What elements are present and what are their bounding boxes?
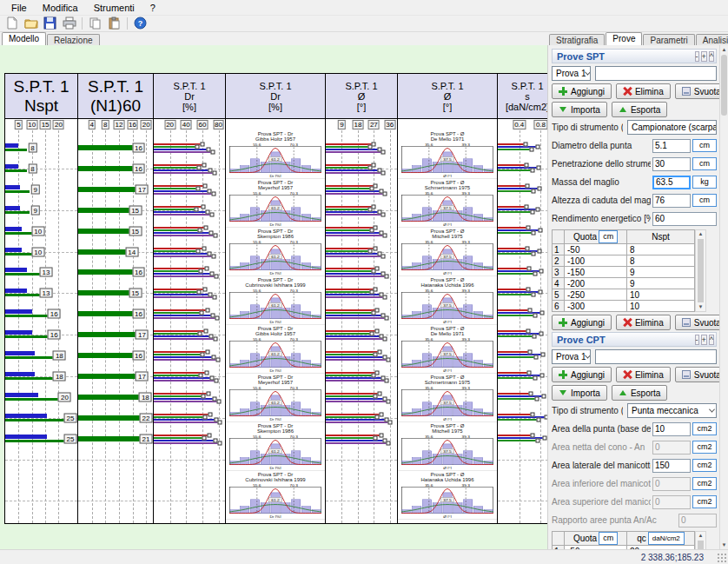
scroll-thumb[interactable]: [698, 541, 704, 549]
cpt-edit-svuota-button[interactable]: Svuota: [675, 367, 719, 382]
open-folder-button[interactable]: [22, 16, 40, 31]
spt-table-scrollbar[interactable]: ▲▼: [695, 229, 706, 312]
panel-scrollbar[interactable]: ▲ ▼: [719, 45, 728, 549]
row-number-cell: 2: [553, 255, 565, 267]
cpt-edit-elimina-button[interactable]: Elimina: [616, 367, 671, 382]
chart-column-title-line: S.P.T. 1: [13, 77, 69, 96]
quota-cell[interactable]: -300: [565, 301, 627, 312]
series-marker: [218, 420, 222, 424]
table-row[interactable]: 3-1509: [553, 267, 695, 278]
spt-edit-aggiungi-button[interactable]: Aggiungi: [552, 83, 612, 99]
cpt-group-header[interactable]: Prove CPT-+^: [552, 332, 717, 347]
cpt-expand-plus-icon[interactable]: +: [701, 335, 707, 345]
spt-table-svuota-button[interactable]: Svuota: [675, 315, 719, 330]
tab-relazione[interactable]: Relazione: [47, 34, 99, 45]
table-row[interactable]: 5-25010: [553, 289, 695, 301]
distribution-subplot-method: Mitchell 1975: [400, 234, 495, 239]
spt-io-importa-button[interactable]: Importa: [552, 102, 607, 117]
spt-field-input[interactable]: [652, 176, 691, 189]
scroll-up-icon[interactable]: ▲: [696, 532, 705, 540]
spt-expand-plus-icon[interactable]: +: [701, 51, 707, 62]
spt-field-input[interactable]: [652, 212, 717, 226]
button-label: Aggiungi: [571, 87, 605, 96]
tab-prove[interactable]: Prove: [606, 32, 642, 45]
quota-cell[interactable]: -200: [565, 278, 627, 289]
series-line: [326, 214, 383, 216]
spt-name-input[interactable]: [595, 66, 717, 81]
spt-field-input[interactable]: [652, 194, 691, 208]
spt-io-esporta-button[interactable]: Esporta: [612, 102, 667, 117]
table-row[interactable]: 2-1008: [553, 255, 695, 267]
cpt-prova-select[interactable]: Prova 1: [552, 349, 591, 364]
save-button[interactable]: [41, 16, 59, 31]
value-cell[interactable]: 10: [627, 301, 695, 312]
series-marker: [212, 170, 216, 175]
cpt-pin-chevron-icon[interactable]: ^: [709, 335, 714, 345]
series-marker: [370, 290, 374, 295]
cpt-name-input[interactable]: [595, 349, 717, 364]
spt-table-elimina-button[interactable]: Elimina: [616, 315, 671, 330]
paste-button[interactable]: [105, 16, 123, 31]
cpt-io-esporta-button[interactable]: Esporta: [612, 385, 667, 401]
value-cell[interactable]: 8: [627, 255, 695, 267]
spt-table-aggiungi-button[interactable]: Aggiungi: [552, 315, 612, 330]
bar-primary: [5, 335, 48, 338]
quota-cell[interactable]: -100: [565, 255, 627, 267]
spt-collapse-minus-icon[interactable]: -: [695, 51, 699, 62]
cpt-field-input: [652, 477, 691, 491]
scroll-up-icon[interactable]: ▲: [696, 230, 705, 238]
cpt-io-importa-button[interactable]: Importa: [552, 385, 607, 401]
table-row[interactable]: 1-508: [553, 244, 695, 255]
table-row[interactable]: 6-30010: [553, 301, 695, 312]
cpt-edit-aggiungi-button[interactable]: Aggiungi: [552, 367, 612, 382]
spt-field-input[interactable]: [652, 157, 691, 171]
cpt-data-table[interactable]: QuotacmqcdaN/cm21-50202-100223-150254-20…: [552, 531, 695, 549]
cpt-field-input[interactable]: [652, 459, 691, 473]
scroll-up-icon[interactable]: ▲: [720, 45, 728, 54]
scroll-thumb[interactable]: [698, 239, 704, 302]
spt-data-table[interactable]: QuotacmNspt1-5082-10083-15094-20095-2501…: [552, 229, 695, 312]
quota-cell[interactable]: -150: [565, 267, 627, 278]
scroll-down-icon[interactable]: ▼: [696, 303, 705, 311]
quota-cell[interactable]: -250: [565, 289, 627, 301]
scroll-thumb[interactable]: [721, 55, 727, 116]
quota-cell[interactable]: -50: [565, 244, 627, 255]
series-marker: [213, 233, 217, 237]
cpt-field-input: [678, 514, 717, 528]
spt-field-input[interactable]: [652, 139, 691, 153]
cpt-field-input[interactable]: [652, 422, 691, 436]
value-cell[interactable]: 9: [627, 267, 695, 278]
cpt-table-scrollbar[interactable]: ▲▼: [695, 531, 706, 549]
cpt-collapse-minus-icon[interactable]: -: [695, 335, 699, 345]
spt-edit-svuota-button[interactable]: Svuota: [675, 83, 719, 99]
print-button[interactable]: [60, 16, 78, 31]
tab-modello[interactable]: Modello: [2, 32, 46, 45]
help-button[interactable]: ?: [131, 16, 149, 31]
value-cell[interactable]: 8: [627, 244, 695, 255]
tab-parametri[interactable]: Parametri: [643, 34, 694, 45]
tab-analisi[interactable]: Analisi: [696, 34, 728, 45]
spt-prova-select[interactable]: Prova 1: [552, 66, 591, 81]
copy-button[interactable]: [86, 16, 104, 31]
tab-stratigrafia[interactable]: Stratigrafia: [549, 34, 605, 45]
spt-tipo-select[interactable]: Campionatore (scarpa ta: [627, 120, 717, 135]
spt-edit-elimina-button[interactable]: Elimina: [616, 83, 671, 99]
spt-pin-chevron-icon[interactable]: ^: [709, 51, 714, 62]
cpt-field-row: Area della punta (base del cono) - Accm2: [552, 421, 717, 436]
table-row[interactable]: 4-2009: [553, 278, 695, 289]
value-cell[interactable]: 9: [627, 278, 695, 289]
menu-item-file[interactable]: File: [3, 1, 35, 15]
menu-item-help[interactable]: ?: [142, 1, 163, 15]
scroll-down-icon[interactable]: ▼: [720, 541, 728, 549]
cpt-tipo-select[interactable]: Punta meccanica: [627, 403, 717, 418]
series-marker: [195, 207, 199, 211]
spt-group-header[interactable]: Prove SPT-+^: [552, 49, 717, 63]
menu-item-modifica[interactable]: Modifica: [35, 1, 86, 15]
new-file-button[interactable]: [3, 16, 21, 31]
resize-grip-icon[interactable]: [717, 553, 726, 562]
value-cell[interactable]: 10: [627, 289, 695, 301]
svg-text:39.3: 39.3: [462, 483, 471, 488]
import-icon: [559, 388, 567, 397]
series-marker: [203, 329, 208, 334]
menu-item-strumenti[interactable]: Strumenti: [86, 1, 142, 15]
